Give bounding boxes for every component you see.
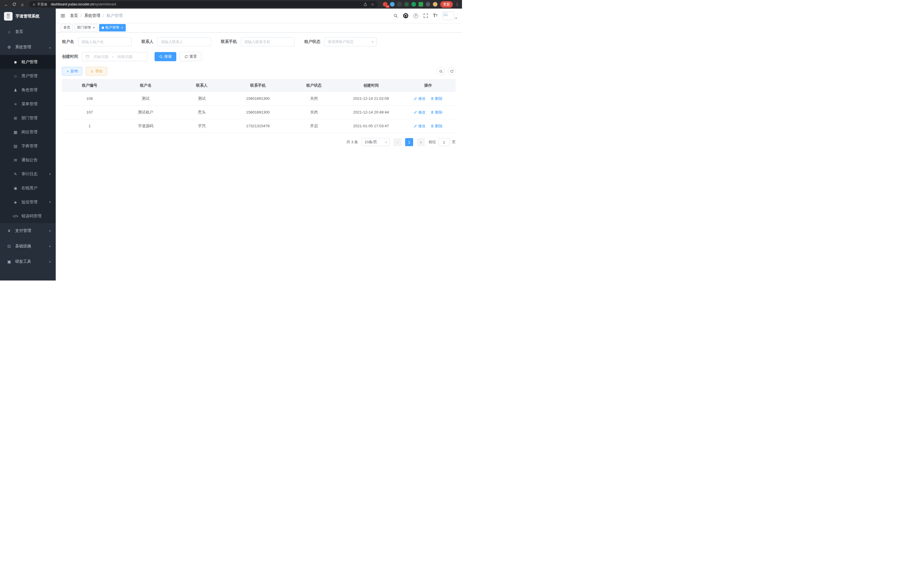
github-icon[interactable] <box>403 13 408 18</box>
sidebar-item-infrastructure[interactable]: ⊡ 基础设施 ▾ <box>0 238 56 254</box>
sidebar-item-error-code-management[interactable]: </> 错误码管理 <box>0 209 56 223</box>
menu-item-label: 系统管理 <box>15 45 49 50</box>
breadcrumb-item[interactable]: 首页 <box>70 13 78 18</box>
total-count: 共 3 条 <box>346 140 358 145</box>
tabs-bar: 首页 部门管理 × 租户管理 × <box>56 23 462 33</box>
create-time-range-picker[interactable]: - <box>82 52 148 61</box>
reset-button[interactable]: 重置 <box>180 52 201 61</box>
menu-item-icon: ☻ <box>13 60 18 64</box>
browser-home-icon[interactable]: ⌂ <box>19 1 26 8</box>
menu-item-icon: ◈ <box>13 200 18 205</box>
sidebar-item-notice-announcement[interactable]: ✉ 通知公告 <box>0 153 56 167</box>
extension-icon[interactable] <box>390 2 394 7</box>
hamburger-icon[interactable] <box>60 13 65 18</box>
extension-icon[interactable] <box>397 2 402 7</box>
menu-item-label: 部门管理 <box>21 116 51 121</box>
edit-link[interactable]: 修改 <box>414 110 425 115</box>
start-date-input[interactable] <box>92 55 110 59</box>
pagination: 共 3 条 10条/页 ▾ ‹ 1 › 前往 页 <box>62 138 456 146</box>
prev-page-button[interactable]: ‹ <box>393 138 401 146</box>
cell-actions: 修改 删除 <box>400 123 456 129</box>
share-icon[interactable] <box>363 3 367 6</box>
extension-icon[interactable] <box>418 2 423 7</box>
sidebar-item-system-management[interactable]: ⚙ 系统管理 ▴ <box>0 39 56 55</box>
address-bar[interactable]: ⚠ 不安全 dashboard.yudao.iocoder.cn/system/… <box>29 1 378 8</box>
sidebar-item-department-management[interactable]: ⊞ 部门管理 <box>0 111 56 125</box>
sidebar-item-payment-management[interactable]: ¥ 支付管理 ▾ <box>0 223 56 238</box>
menu-item-icon: ▣ <box>6 259 12 264</box>
sidebar-item-audit-log[interactable]: ✎ 审计日志 ▾ <box>0 167 56 181</box>
column-header: 联系手机 <box>230 80 286 92</box>
search-icon[interactable] <box>393 14 398 18</box>
sidebar-item-online-users[interactable]: ◉ 在线用户 <box>0 181 56 195</box>
fullscreen-icon[interactable] <box>423 14 428 18</box>
puzzle-extensions-icon[interactable] <box>426 2 430 7</box>
search-button[interactable]: 搜索 <box>154 52 176 61</box>
sidebar-item-role-management[interactable]: ♟ 角色管理 <box>0 83 56 97</box>
browser-reload-icon[interactable] <box>11 1 18 8</box>
refresh-button[interactable] <box>448 67 456 75</box>
profile-avatar-icon[interactable] <box>433 2 437 7</box>
user-avatar-menu[interactable]: ▾ <box>442 11 457 20</box>
font-size-icon[interactable]: TT <box>433 14 438 18</box>
extension-icon[interactable]: 10 <box>383 2 387 7</box>
menu-item-icon: ¥ <box>6 229 12 233</box>
delete-link[interactable]: 删除 <box>430 96 442 101</box>
edit-link[interactable]: 修改 <box>414 123 425 129</box>
tenant-status-label: 租户状态 <box>304 39 320 44</box>
goto-page-input[interactable] <box>438 138 450 146</box>
toggle-search-button[interactable] <box>437 67 445 75</box>
sidebar-item-home[interactable]: ⌂ 首页 <box>0 24 56 39</box>
edit-link[interactable]: 修改 <box>414 96 425 101</box>
extension-icon[interactable] <box>411 2 416 7</box>
sidebar-item-menu-management[interactable]: ≡ 菜单管理 <box>0 97 56 111</box>
add-button[interactable]: + 新增 <box>62 67 82 75</box>
page-number-button[interactable]: 1 <box>405 138 413 146</box>
close-tab-icon[interactable]: × <box>121 26 123 30</box>
sidebar-item-sms-management[interactable]: ◈ 短信管理 ▾ <box>0 195 56 209</box>
contact-phone-input[interactable] <box>244 40 291 44</box>
contact-name-field <box>158 37 211 46</box>
sidebar-item-tenant-management[interactable]: ☻ 租户管理 <box>0 55 56 69</box>
end-date-input[interactable] <box>116 55 134 59</box>
menu-item-icon: ✎ <box>13 172 18 176</box>
menu-item-icon: ✉ <box>13 158 18 162</box>
page-url: dashboard.yudao.iocoder.cn/system/tenant <box>51 2 116 6</box>
chevron-icon: ▾ <box>49 229 53 232</box>
column-header: 创建时间 <box>341 80 400 92</box>
close-tab-icon[interactable]: × <box>93 26 95 30</box>
contact-name-input[interactable] <box>161 40 208 44</box>
active-tab-dot <box>102 27 104 29</box>
url-path: /system/tenant <box>94 2 116 6</box>
cell-phone: 17321315478 <box>230 124 286 128</box>
breadcrumb-item[interactable]: 系统管理 <box>84 13 100 18</box>
menu-item-label: 错误码管理 <box>21 214 51 219</box>
browser-update-button[interactable]: 更新 <box>440 1 453 8</box>
delete-link[interactable]: 删除 <box>430 110 442 115</box>
tenant-name-input[interactable] <box>81 40 128 44</box>
sidebar-item-position-management[interactable]: ▦ 岗位管理 <box>0 125 56 139</box>
browser-menu-icon[interactable]: ⋮ <box>455 2 459 7</box>
page-size-select[interactable]: 10条/页 ▾ <box>362 138 390 146</box>
export-button[interactable]: 导出 <box>86 67 107 75</box>
next-page-button[interactable]: › <box>417 138 425 146</box>
cell-phone: 15601691300 <box>230 96 286 101</box>
extension-icon[interactable] <box>404 2 409 7</box>
sidebar-item-dictionary-management[interactable]: ▤ 字典管理 <box>0 139 56 153</box>
delete-link[interactable]: 删除 <box>430 123 442 129</box>
tenant-name-label: 租户名 <box>62 39 74 44</box>
sidebar-item-user-management[interactable]: ☺ 用户管理 <box>0 69 56 83</box>
app-title: 芋道管理系统 <box>15 14 39 19</box>
view-tab[interactable]: 首页 <box>61 24 73 32</box>
tab-label: 首页 <box>63 25 70 30</box>
cell-created: 2021-01-05 17:03:47 <box>341 124 400 128</box>
sidebar-item-dev-tools[interactable]: ▣ 研发工具 ▾ <box>0 254 56 269</box>
tenant-status-select[interactable]: 请选择租户状态 ▾ <box>324 37 377 46</box>
view-tab[interactable]: 部门管理 × <box>75 24 98 32</box>
view-tab[interactable]: 租户管理 × <box>99 24 126 32</box>
menu-item-icon: ≡ <box>13 102 18 106</box>
help-icon[interactable]: ? <box>413 14 418 18</box>
bookmark-star-icon[interactable]: ☆ <box>370 2 374 7</box>
menu-item-label: 首页 <box>15 29 51 34</box>
browser-back-icon[interactable]: ← <box>3 1 10 8</box>
